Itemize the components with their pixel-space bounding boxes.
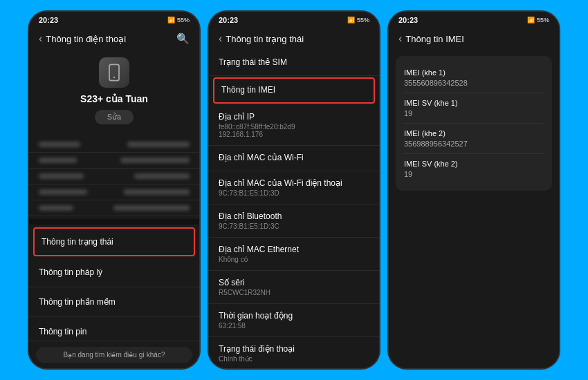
- nav-title-2: Thông tin trạng thái: [226, 34, 304, 44]
- imei-label-3: IMEI SV (khe 2): [404, 160, 544, 168]
- mac-wifi-phone-title: Địa chỉ MAC của Wi-Fi điện thoại: [219, 178, 369, 188]
- imei-value-2: 356988956342527: [404, 140, 544, 148]
- info-label-4: [39, 205, 73, 211]
- profile-section: S23+ của Tuan Sửa: [29, 50, 199, 137]
- nav-title-3: Thông tin IMEI: [405, 34, 464, 44]
- mac-wifi-phone-value: 9C:73:B1:E5:1D:3D: [219, 189, 369, 197]
- list-item-mac-wifi-phone[interactable]: Địa chỉ MAC của Wi-Fi điện thoại 9C:73:B…: [209, 171, 379, 205]
- info-row-3: [29, 184, 199, 200]
- menu-item-status-label: Thông tin trạng thái: [42, 237, 113, 247]
- status-bar-1: 20:23 📶 55%: [29, 12, 199, 27]
- uptime-title: Thời gian hoạt động: [219, 311, 369, 321]
- imei-label-2: IMEI (khe 2): [404, 129, 544, 137]
- info-label-2: [39, 173, 84, 179]
- info-label-1: [39, 158, 77, 163]
- info-value-4: [113, 205, 190, 211]
- list-item-mac-wifi[interactable]: Địa chỉ MAC của Wi-Fi: [209, 146, 379, 171]
- list-item-sim[interactable]: Trạng thái thẻ SIM: [209, 50, 379, 76]
- screen-content-3: IMEI (khe 1) 355560896342528 IMEI SV (kh…: [389, 50, 559, 368]
- phone-status-value: Chính thức: [219, 355, 369, 363]
- status-bar-2: 20:23 📶 55%: [209, 12, 379, 27]
- list-item-uptime[interactable]: Thời gian hoạt động 63:21:58: [209, 304, 379, 337]
- info-value-0: [127, 142, 190, 147]
- imei-value-0: 355560896342528: [404, 79, 544, 87]
- menu-item-status[interactable]: Thông tin trạng thái: [33, 227, 195, 256]
- list-item-imei[interactable]: Thông tin IMEI: [213, 77, 375, 104]
- imei-label-0: IMEI (khe 1): [404, 68, 544, 77]
- info-row-2: [29, 169, 199, 184]
- list-item-serial[interactable]: Số sêri R5CWC1R32NH: [209, 271, 379, 304]
- nav-title-1: Thông tin điện thoại: [46, 34, 126, 44]
- phone-2: 20:23 📶 55% ‹ Thông tin trạng thái Trạng…: [208, 10, 380, 370]
- time-2: 20:23: [219, 16, 238, 24]
- phone-status-title: Trạng thái điện thoại: [219, 344, 369, 354]
- menu-item-battery-label: Thông tin pin: [39, 327, 86, 336]
- uptime-value: 63:21:58: [219, 322, 369, 330]
- menu-item-battery[interactable]: Thông tin pin: [29, 317, 199, 341]
- back-button-3[interactable]: ‹ Thông tin IMEI: [398, 32, 464, 45]
- bottom-bar-1: Bạn đang tìm kiếm điều gì khác?: [29, 341, 199, 368]
- sim-title: Trạng thái thẻ SIM: [219, 57, 369, 67]
- menu-item-software[interactable]: Thông tin phần mềm: [29, 287, 199, 317]
- phone-3: 20:23 📶 55% ‹ Thông tin IMEI IMEI (khe 1…: [387, 10, 560, 370]
- battery-icon-1: 55%: [177, 17, 190, 23]
- ethernet-title: Địa chỉ MAC Ethernet: [219, 245, 369, 254]
- info-value-2: [134, 173, 190, 179]
- device-name: S23+ của Tuan: [80, 93, 148, 104]
- ip-value: fe80::c87f:58ff:fe20:b2d9192.168.1.176: [219, 123, 369, 138]
- serial-title: Số sêri: [219, 278, 369, 287]
- bluetooth-value: 9C:73:B1:E5:1D:3C: [219, 222, 369, 230]
- top-nav-1: ‹ Thông tin điện thoại 🔍: [29, 27, 199, 50]
- list-item-ethernet[interactable]: Địa chỉ MAC Ethernet Không có: [209, 238, 379, 271]
- signal-icon-3: 📶: [527, 17, 535, 23]
- phone-1: 20:23 📶 55% ‹ Thông tin điện thoại 🔍 S23…: [28, 10, 201, 370]
- imei-value-1: 19: [404, 109, 544, 117]
- info-row-0: [29, 137, 199, 153]
- signal-icon-1: 📶: [167, 17, 175, 23]
- imei-row-3: IMEI SV (khe 2) 19: [404, 154, 544, 184]
- top-nav-3: ‹ Thông tin IMEI: [389, 27, 559, 50]
- imei-row-2: IMEI (khe 2) 356988956342527: [404, 124, 544, 154]
- back-arrow-1: ‹: [39, 32, 42, 45]
- edit-button[interactable]: Sửa: [95, 110, 134, 124]
- status-icons-1: 📶 55%: [167, 17, 190, 23]
- imei-card: IMEI (khe 1) 355560896342528 IMEI SV (kh…: [396, 56, 552, 191]
- imei-label-1: IMEI SV (khe 1): [404, 99, 544, 107]
- list-item-ip[interactable]: Địa chỉ IP fe80::c87f:58ff:fe20:b2d9192.…: [209, 105, 379, 146]
- menu-item-software-label: Thông tin phần mềm: [39, 297, 116, 307]
- signal-icon-2: 📶: [347, 17, 355, 23]
- bottom-search-text[interactable]: Bạn đang tìm kiếm điều gì khác?: [36, 347, 192, 363]
- svg-point-1: [113, 77, 115, 78]
- menu-item-legal[interactable]: Thông tin pháp lý: [29, 258, 199, 287]
- status-bar-3: 20:23 📶 55%: [389, 12, 559, 27]
- battery-icon-2: 55%: [357, 17, 369, 23]
- info-value-3: [124, 189, 190, 195]
- info-label-3: [39, 189, 87, 195]
- status-icons-2: 📶 55%: [347, 17, 369, 23]
- ethernet-value: Không có: [219, 256, 369, 263]
- top-nav-2: ‹ Thông tin trạng thái: [209, 27, 379, 50]
- info-row-1: [29, 153, 199, 169]
- imei-value-3: 19: [404, 170, 544, 178]
- mac-wifi-title: Địa chỉ MAC của Wi-Fi: [219, 153, 369, 162]
- ip-title: Địa chỉ IP: [219, 112, 369, 122]
- list-item-phone-status[interactable]: Trạng thái điện thoại Chính thức: [209, 337, 379, 368]
- back-button-1[interactable]: ‹ Thông tin điện thoại: [39, 32, 126, 45]
- back-button-2[interactable]: ‹ Thông tin trạng thái: [219, 32, 304, 45]
- info-row-4: [29, 200, 199, 216]
- bluetooth-title: Địa chỉ Bluetooth: [219, 211, 369, 221]
- time-1: 20:23: [39, 16, 58, 24]
- imei-row-0: IMEI (khe 1) 355560896342528: [404, 63, 544, 93]
- search-icon-1[interactable]: 🔍: [176, 32, 190, 45]
- imei-title: Thông tin IMEI: [221, 85, 367, 95]
- info-label-0: [39, 142, 80, 147]
- battery-icon-3: 55%: [537, 17, 549, 23]
- time-3: 20:23: [398, 16, 418, 24]
- back-arrow-3: ‹: [398, 32, 402, 45]
- screen-content-2: Trạng thái thẻ SIM Thông tin IMEI Địa ch…: [209, 50, 379, 368]
- imei-row-1: IMEI SV (khe 1) 19: [404, 93, 544, 124]
- list-item-bluetooth[interactable]: Địa chỉ Bluetooth 9C:73:B1:E5:1D:3C: [209, 205, 379, 238]
- device-icon: [99, 57, 129, 88]
- info-value-1: [120, 158, 190, 163]
- status-icons-3: 📶 55%: [527, 17, 549, 23]
